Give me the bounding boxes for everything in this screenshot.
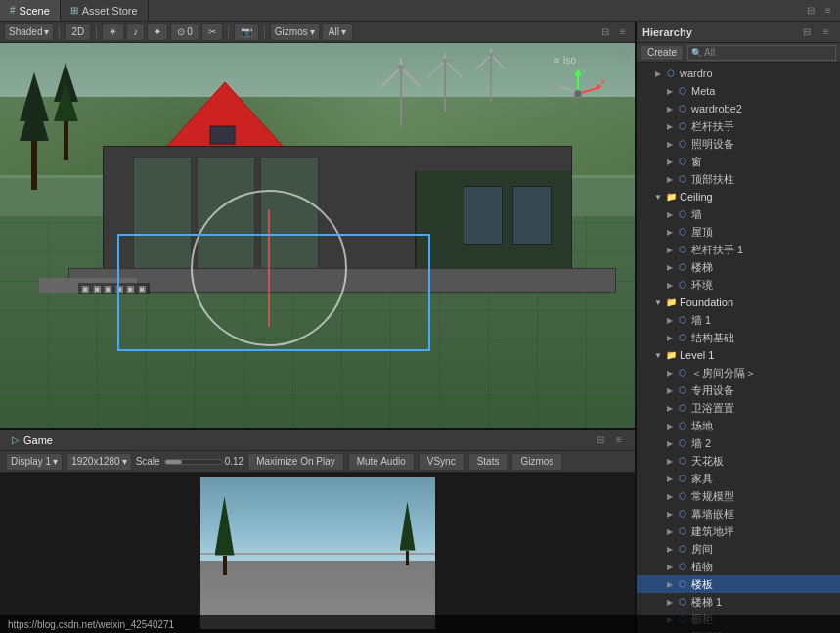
hier-item-meta[interactable]: ▶ ⬡ Meta [637,82,840,100]
hier-item-chuang[interactable]: ▶ ⬡ 窗 [637,153,840,170]
hier-item-fenjian[interactable]: ▶ ⬡ ＜房间分隔＞ [637,364,840,382]
create-button[interactable]: Create [641,45,684,61]
changgui-label: 常规模型 [691,489,734,504]
hier-item-qiang[interactable]: ▶ ⬡ 墙 [637,205,840,223]
hier-item-huanjing[interactable]: ▶ ⬡ 环境 [637,276,840,294]
hier-item-chandi[interactable]: ▶ ⬡ 场地 [637,417,840,434]
chuang-arrow: ▶ [664,156,676,167]
wardro-arrow: ▶ [652,68,664,79]
hier-group-level1[interactable]: ▼ 📁 Level 1 [637,346,840,364]
hier-item-zhuanyong[interactable]: ▶ ⬡ 专用设备 [637,382,840,399]
fangjian-label: 房间 [691,542,713,557]
scale-value: 0.12 [225,456,243,467]
hier-item-zhaoming[interactable]: ▶ ⬡ 照明设备 [637,135,840,153]
gizmos-dropdown[interactable]: Gizmos ▾ [270,23,320,41]
ceiling-folder-icon: 📁 [664,190,678,203]
toolbar-sep-3 [228,25,229,39]
zhaoming-arrow: ▶ [664,138,676,150]
hier-item-langan[interactable]: ▶ ⬡ 栏杆扶手 [637,117,840,135]
zhuanyong-cube-icon: ⬡ [676,384,689,397]
tree-1-svg [20,72,49,190]
hierarchy-content[interactable]: ▶ ⬡ wardro ▶ ⬡ Meta ▶ ⬡ wardrobe2 ▶ ⬡ 栏杆… [637,63,840,633]
hier-group-foundation[interactable]: ▼ 📁 Foundation [637,294,840,311]
url-text: https://blog.csdn.net/weixin_42540271 [8,619,174,630]
scene-tools-button[interactable]: ✂ [201,23,223,41]
hier-item-louti[interactable]: ▶ ⬡ 楼梯 [637,258,840,276]
scene-menu-icon[interactable]: ≡ [615,24,631,40]
hier-item-weisheng[interactable]: ▶ ⬡ 卫浴置置 [637,399,840,417]
zhiwu-label: 植物 [691,560,713,574]
foundation-label: Foundation [680,296,733,308]
svg-line-2 [401,68,420,87]
tianhua-cube-icon: ⬡ [676,454,689,468]
audio-icon: ♪ [133,26,138,37]
screenshot-icon[interactable]: ⊡ [620,48,630,62]
hier-item-louti2[interactable]: ▶ ⬡ 楼梯 1 [637,593,840,610]
hier-item-fangjian[interactable]: ▶ ⬡ 房间 [637,540,840,558]
tab-asset-store[interactable]: ⊞ Asset Store [61,0,149,21]
game-tree-trunk [223,556,227,575]
svg-line-1 [381,68,401,87]
scale-slider[interactable] [164,459,223,465]
louti2-arrow: ▶ [664,596,676,608]
audio-button[interactable]: ♪ [126,23,145,41]
tianhua-label: 天花板 [691,454,724,469]
display-dropdown[interactable]: Display 1 ▾ [6,453,63,471]
hier-item-dingbu[interactable]: ▶ ⬡ 顶部扶柱 [637,170,840,188]
mugou-label: 幕墙嵌框 [691,507,734,521]
svg-point-31 [574,90,582,98]
hier-item-changgui[interactable]: ▶ ⬡ 常规模型 [637,487,840,505]
resolution-dropdown[interactable]: 1920x1280 ▾ [66,453,132,471]
zhuanyong-label: 专用设备 [691,384,734,398]
svg-line-7 [445,61,462,77]
hier-item-qiang2[interactable]: ▶ ⬡ 墙 1 [637,311,840,329]
all-layers-button[interactable]: All ▾ [322,23,353,41]
weisheng-arrow: ▶ [664,402,676,414]
game-gizmos-button[interactable]: Gizmos [511,453,562,471]
hier-item-wardro[interactable]: ▶ ⬡ wardro [637,65,840,82]
fx-button[interactable]: ✦ [147,23,168,41]
top-panel-lock-icon[interactable]: ⊟ [803,3,818,19]
twod-button[interactable]: 2D [65,23,91,41]
stats-button[interactable]: Stats [468,453,508,471]
hier-item-wardrobe2[interactable]: ▶ ⬡ wardrobe2 [637,100,840,117]
tab-game[interactable]: ▷ Game [4,430,61,450]
camera-button[interactable]: 📷 [234,23,259,41]
light-button[interactable]: ☀ [102,23,124,41]
jiaju-cube-icon: ⬡ [676,472,689,485]
maximize-on-play-button[interactable]: Maximize On Play [247,453,344,471]
scene-panel: Shaded ▾ 2D ☀ ♪ ✦ ⊙ [0,22,636,428]
game-lock-icon[interactable]: ⊟ [593,432,608,448]
wardro-cube-icon: ⬡ [664,67,678,80]
vsync-button[interactable]: VSync [419,453,464,471]
langan-label: 栏杆扶手 [691,119,734,134]
hier-item-qiang3[interactable]: ▶ ⬡ 墙 2 [637,434,840,452]
counter-button[interactable]: ⊙ 0 [170,23,199,41]
hier-group-ceiling[interactable]: ▼ 📁 Ceiling [637,188,840,205]
hier-menu-icon[interactable]: ≡ [818,24,834,40]
shading-dropdown[interactable]: Shaded ▾ [4,23,54,41]
game-menu-icon[interactable]: ≡ [611,432,627,448]
hier-item-langan1[interactable]: ▶ ⬡ 栏杆扶手 1 [637,241,840,258]
hier-item-mugou[interactable]: ▶ ⬡ 幕墙嵌框 [637,505,840,522]
top-panel-menu-icon[interactable]: ≡ [820,3,836,19]
hier-item-tianhua[interactable]: ▶ ⬡ 天花板 [637,452,840,470]
changgui-arrow: ▶ [664,490,676,502]
svg-point-14 [489,53,493,57]
tree-2-svg [54,63,78,160]
qiang2-arrow: ▶ [664,314,676,326]
hier-item-jiaju[interactable]: ▶ ⬡ 家具 [637,470,840,487]
tab-scene[interactable]: # Scene [0,0,61,21]
display-arrow: ▾ [53,456,58,467]
hier-lock-icon[interactable]: ⊟ [799,24,815,40]
hier-item-zhiwu[interactable]: ▶ ⬡ 植物 [637,558,840,575]
scene-lock-icon[interactable]: ⊟ [597,24,613,40]
hier-item-jiegou[interactable]: ▶ ⬡ 结构基础 [637,329,840,346]
hier-item-loban[interactable]: ▶ ⬡ 楼板 [637,575,840,593]
hier-item-jianzhu[interactable]: ▶ ⬡ 建筑地坪 [637,522,840,540]
url-bar: https://blog.csdn.net/weixin_42540271 [0,615,840,633]
mute-audio-button[interactable]: Mute Audio [348,453,415,471]
changgui-cube-icon: ⬡ [676,489,689,503]
scene-viewport[interactable]: ▣ ▣ ▣ ▣ ▣ ▣ Y X [0,43,635,428]
hier-item-wudian[interactable]: ▶ ⬡ 屋顶 [637,223,840,241]
